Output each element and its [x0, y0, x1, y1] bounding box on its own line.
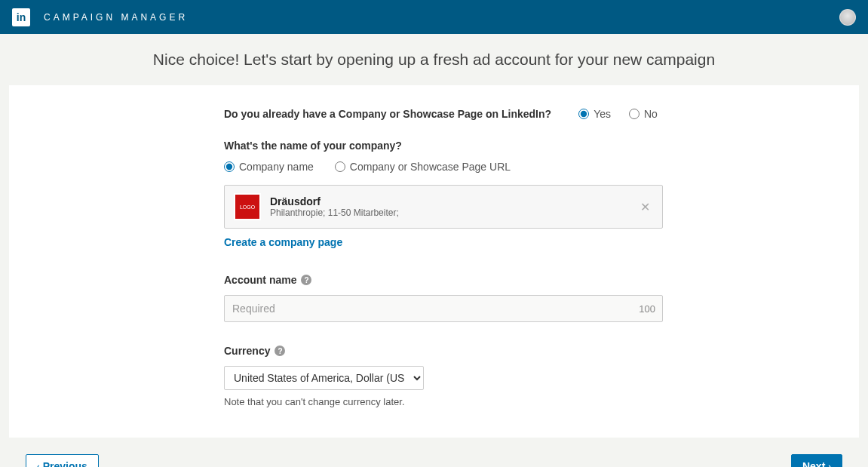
- next-button[interactable]: Next ›: [791, 454, 842, 467]
- option-company-name[interactable]: Company name: [224, 161, 314, 173]
- existing-page-no-radio[interactable]: [629, 109, 639, 119]
- linkedin-logo-icon[interactable]: in: [12, 8, 30, 26]
- next-button-label: Next: [802, 460, 825, 467]
- option-company-name-radio[interactable]: [224, 161, 235, 172]
- currency-select[interactable]: United States of America, Dollar (USD): [224, 366, 424, 390]
- account-name-input[interactable]: [224, 295, 663, 322]
- account-name-char-count: 100: [639, 303, 655, 315]
- company-name-question-text: What's the name of your company?: [224, 140, 402, 152]
- previous-button-label: Previous: [43, 460, 87, 467]
- help-icon[interactable]: ?: [275, 346, 285, 356]
- close-icon[interactable]: ✕: [637, 197, 653, 217]
- option-page-url[interactable]: Company or Showcase Page URL: [335, 161, 511, 173]
- selected-company-chip: LOGO Dräusdorf Philanthropie; 11-50 Mita…: [224, 185, 663, 229]
- option-page-url-label: Company or Showcase Page URL: [350, 161, 511, 173]
- selected-company-subtitle: Philanthropie; 11-50 Mitarbeiter;: [270, 207, 399, 218]
- form-card: Do you already have a Company or Showcas…: [9, 85, 859, 438]
- app-title: CAMPAIGN MANAGER: [44, 12, 188, 23]
- account-name-label: Account name ?: [224, 274, 663, 286]
- currency-note: Note that you can't change currency late…: [224, 396, 663, 407]
- chevron-right-icon: ›: [828, 462, 831, 467]
- currency-label-text: Currency: [224, 345, 270, 357]
- currency-label: Currency ?: [224, 345, 663, 357]
- option-company-name-label: Company name: [239, 161, 314, 173]
- yes-label: Yes: [593, 108, 611, 120]
- wizard-nav: ‹ Previous Next ›: [0, 438, 868, 467]
- app-header: in CAMPAIGN MANAGER: [0, 0, 868, 34]
- company-logo-icon: LOGO: [234, 193, 261, 220]
- previous-button[interactable]: ‹ Previous: [26, 454, 99, 467]
- avatar[interactable]: [839, 9, 856, 26]
- company-name-question-label: What's the name of your company?: [224, 140, 663, 152]
- option-page-url-radio[interactable]: [335, 161, 345, 172]
- create-company-page-link[interactable]: Create a company page: [224, 236, 342, 248]
- page-title: Nice choice! Let's start by opening up a…: [0, 34, 868, 85]
- help-icon[interactable]: ?: [301, 275, 311, 285]
- existing-page-yes-radio[interactable]: [578, 109, 589, 119]
- existing-page-question-label: Do you already have a Company or Showcas…: [224, 108, 551, 120]
- selected-company-name: Dräusdorf: [270, 195, 399, 207]
- chevron-left-icon: ‹: [37, 462, 40, 467]
- existing-page-no[interactable]: No: [629, 108, 658, 120]
- account-name-label-text: Account name: [224, 274, 296, 286]
- existing-page-yes[interactable]: Yes: [578, 108, 611, 120]
- no-label: No: [644, 108, 658, 120]
